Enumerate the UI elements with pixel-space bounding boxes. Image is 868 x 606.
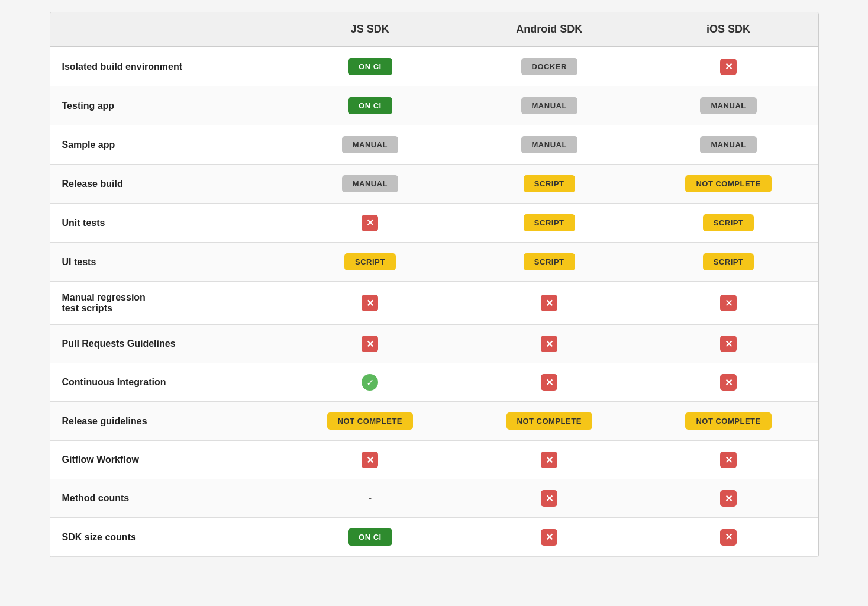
x-icon: ✕: [720, 529, 737, 546]
row-label: Release guidelines: [50, 402, 280, 441]
table-row: UI tests SCRIPT SCRIPT SCRIPT: [50, 243, 818, 282]
table-cell: ✕: [280, 441, 460, 479]
badge-gray: MANUAL: [521, 136, 577, 153]
x-icon: ✕: [720, 295, 737, 311]
badge-green: ON CI: [348, 528, 392, 546]
table-cell: ON CI: [280, 47, 460, 86]
badge-yellow: NOT COMPLETE: [685, 412, 771, 430]
row-label: SDK size counts: [50, 518, 280, 557]
comparison-table: JS SDK Android SDK iOS SDK Isolated buil…: [50, 12, 819, 557]
x-icon: ✕: [720, 374, 737, 391]
row-label: Method counts: [50, 479, 280, 518]
table-cell: SCRIPT: [639, 243, 818, 282]
row-label: Manual regressiontest scripts: [50, 282, 280, 325]
table-row: Pull Requests Guidelines ✕ ✕ ✕: [50, 325, 818, 363]
table-cell: MANUAL: [280, 165, 460, 204]
x-icon: ✕: [362, 336, 378, 352]
row-label: UI tests: [50, 243, 280, 282]
badge-gray: DOCKER: [521, 58, 577, 75]
col-header-ios-sdk: iOS SDK: [639, 12, 818, 47]
table-row: Unit tests ✕ SCRIPT SCRIPT: [50, 204, 818, 243]
badge-green: ON CI: [348, 97, 392, 114]
col-header-android-sdk: Android SDK: [460, 12, 639, 47]
table-cell: MANUAL: [280, 125, 460, 165]
badge-yellow: SCRIPT: [524, 175, 575, 192]
table-cell: ✕: [460, 282, 639, 325]
x-icon: ✕: [541, 452, 557, 468]
table-cell: NOT COMPLETE: [639, 402, 818, 441]
table-cell: SCRIPT: [460, 165, 639, 204]
table-cell: SCRIPT: [280, 243, 460, 282]
table-cell: MANUAL: [639, 125, 818, 165]
table-row: Isolated build environment ON CI DOCKER …: [50, 47, 818, 86]
badge-gray: MANUAL: [700, 136, 756, 153]
badge-yellow: SCRIPT: [344, 253, 396, 270]
x-icon: ✕: [720, 452, 737, 468]
x-icon: ✕: [541, 529, 557, 546]
table-cell: ✕: [460, 441, 639, 479]
table-cell: -: [280, 479, 460, 518]
row-label: Gitflow Workflow: [50, 441, 280, 479]
table-cell: NOT COMPLETE: [639, 165, 818, 204]
table-cell: ✕: [460, 363, 639, 402]
table-cell: ON CI: [280, 518, 460, 557]
table-cell: ✕: [460, 518, 639, 557]
badge-yellow: NOT COMPLETE: [327, 412, 413, 430]
table-cell: MANUAL: [639, 86, 818, 125]
table-row: Manual regressiontest scripts ✕ ✕ ✕: [50, 282, 818, 325]
badge-yellow: SCRIPT: [703, 253, 754, 270]
table-row: Release build MANUAL SCRIPT NOT COMPLETE: [50, 165, 818, 204]
table-row: Method counts - ✕ ✕: [50, 479, 818, 518]
x-icon: ✕: [720, 490, 737, 507]
table-row: Testing app ON CI MANUAL MANUAL: [50, 86, 818, 125]
row-label: Continuous Integration: [50, 363, 280, 402]
table-cell: ✕: [639, 282, 818, 325]
table-cell: ✕: [280, 282, 460, 325]
x-icon: ✕: [362, 295, 378, 311]
x-icon: ✕: [362, 215, 378, 231]
row-label: Testing app: [50, 86, 280, 125]
row-label: Isolated build environment: [50, 47, 280, 86]
col-header-js-sdk: JS SDK: [280, 12, 460, 47]
table-cell: SCRIPT: [460, 243, 639, 282]
row-label: Unit tests: [50, 204, 280, 243]
badge-yellow: NOT COMPLETE: [506, 412, 592, 430]
table-cell: ✕: [280, 204, 460, 243]
table-cell: SCRIPT: [460, 204, 639, 243]
row-label: Sample app: [50, 125, 280, 165]
table-cell: SCRIPT: [639, 204, 818, 243]
badge-yellow: SCRIPT: [703, 214, 754, 231]
table-cell: ✕: [639, 441, 818, 479]
badge-gray: MANUAL: [700, 97, 756, 114]
table-cell: MANUAL: [460, 125, 639, 165]
x-icon: ✕: [541, 295, 557, 311]
table-row: Sample app MANUAL MANUAL MANUAL: [50, 125, 818, 165]
table-cell: ✕: [460, 325, 639, 363]
badge-yellow: SCRIPT: [524, 253, 575, 270]
table-cell: ✕: [639, 47, 818, 86]
x-icon: ✕: [720, 59, 737, 75]
badge-yellow: SCRIPT: [524, 214, 575, 231]
table-cell: ✕: [639, 518, 818, 557]
table-cell: ✓: [280, 363, 460, 402]
x-icon: ✕: [362, 452, 378, 468]
x-icon: ✕: [541, 490, 557, 507]
table-cell: MANUAL: [460, 86, 639, 125]
badge-gray: MANUAL: [521, 97, 577, 114]
table-row: Continuous Integration ✓ ✕ ✕: [50, 363, 818, 402]
table-cell: ✕: [639, 363, 818, 402]
table-cell: NOT COMPLETE: [460, 402, 639, 441]
dash-value: -: [368, 492, 372, 504]
table-cell: ✕: [639, 325, 818, 363]
check-icon: ✓: [362, 374, 378, 391]
badge-gray: MANUAL: [342, 175, 398, 192]
table-cell: ✕: [639, 479, 818, 518]
table-row: SDK size counts ON CI ✕ ✕: [50, 518, 818, 557]
badge-green: ON CI: [348, 58, 392, 75]
table-cell: DOCKER: [460, 47, 639, 86]
table-header-row: JS SDK Android SDK iOS SDK: [50, 12, 818, 47]
table-cell: NOT COMPLETE: [280, 402, 460, 441]
table-cell: ✕: [280, 325, 460, 363]
x-icon: ✕: [541, 336, 557, 352]
x-icon: ✕: [541, 374, 557, 391]
